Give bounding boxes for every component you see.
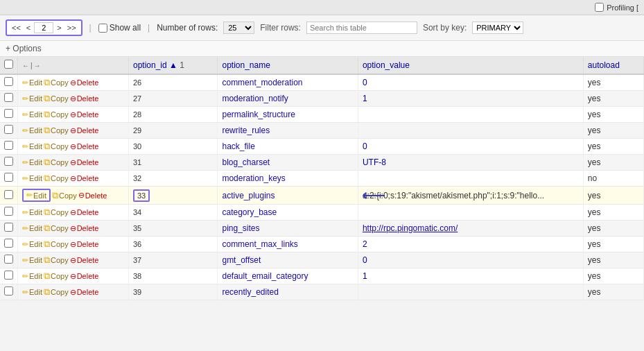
edit-button[interactable]: ✏ Edit bbox=[22, 256, 42, 265]
col-header-actions: ← | → bbox=[18, 57, 129, 74]
col-header-option-value[interactable]: option_value bbox=[358, 57, 583, 74]
delete-button[interactable]: ⊖ Delete bbox=[70, 256, 99, 265]
table-row: ✏ Edit⧉ Copy⊖ Delete26comment_moderation… bbox=[0, 74, 644, 91]
copy-button[interactable]: ⧉ Copy bbox=[44, 239, 69, 250]
row-actions-cell: ✏ Edit⧉ Copy⊖ Delete bbox=[18, 91, 129, 107]
row-checkbox[interactable] bbox=[4, 239, 13, 248]
edit-button[interactable]: ✏ Edit bbox=[22, 142, 42, 151]
option-value-sort-link[interactable]: option_value bbox=[363, 60, 410, 70]
autoload-sort-link[interactable]: autoload bbox=[588, 60, 620, 70]
delete-button[interactable]: ⊖ Delete bbox=[70, 208, 99, 217]
row-value-cell: 1 bbox=[358, 268, 583, 284]
pagination-next[interactable]: > bbox=[55, 23, 63, 33]
row-checkbox[interactable] bbox=[4, 286, 13, 296]
row-checkbox[interactable] bbox=[4, 190, 13, 199]
delete-button[interactable]: ⊖ Delete bbox=[70, 288, 99, 297]
delete-button[interactable]: ⊖ Delete bbox=[70, 158, 99, 167]
option-id-sort-link[interactable]: option_id bbox=[133, 60, 167, 70]
row-checkbox-cell bbox=[0, 91, 18, 107]
options-link[interactable]: + Options bbox=[6, 44, 42, 53]
delete-button[interactable]: ⊖ Delete bbox=[70, 224, 99, 233]
copy-button[interactable]: ⧉ Copy bbox=[44, 271, 69, 282]
row-checkbox[interactable] bbox=[4, 207, 13, 216]
delete-button[interactable]: ⊖ Delete bbox=[70, 240, 99, 249]
table-row: ✏ Edit⧉ Copy⊖ Delete37gmt_offset0yes bbox=[0, 252, 644, 268]
row-checkbox[interactable] bbox=[4, 141, 13, 150]
delete-button[interactable]: ⊖ Delete bbox=[70, 174, 99, 183]
copy-button[interactable]: ⧉ Copy bbox=[44, 157, 69, 168]
copy-button[interactable]: ⧉ Copy bbox=[44, 77, 69, 88]
copy-button[interactable]: ⧉ Copy bbox=[52, 190, 77, 201]
show-all-label: Show all bbox=[110, 23, 141, 33]
edit-button[interactable]: ✏ Edit bbox=[22, 78, 42, 87]
delete-button[interactable]: ⊖ Delete bbox=[70, 94, 99, 103]
toolbar-sep1: | bbox=[89, 23, 92, 33]
table-row: ✏ Edit⧉ Copy⊖ Delete32moderation_keysno bbox=[0, 171, 644, 187]
show-all-checkbox[interactable] bbox=[98, 24, 107, 33]
delete-button[interactable]: ⊖ Delete bbox=[70, 110, 99, 119]
delete-button[interactable]: ⊖ Delete bbox=[78, 191, 107, 200]
row-checkbox[interactable] bbox=[4, 223, 13, 232]
row-checkbox[interactable] bbox=[4, 173, 13, 182]
row-checkbox[interactable] bbox=[4, 255, 13, 264]
delete-button[interactable]: ⊖ Delete bbox=[70, 78, 99, 87]
edit-button[interactable]: ✏ Edit bbox=[22, 126, 42, 135]
copy-button[interactable]: ⧉ Copy bbox=[44, 93, 69, 104]
copy-button[interactable]: ⧉ Copy bbox=[44, 255, 69, 266]
select-all-checkbox[interactable] bbox=[4, 60, 13, 69]
col-num: 1 bbox=[180, 60, 184, 70]
profiling-checkbox[interactable] bbox=[595, 3, 604, 12]
edit-button[interactable]: ✏ Edit bbox=[22, 110, 42, 119]
row-checkbox[interactable] bbox=[4, 93, 13, 102]
edit-button[interactable]: ✏ Edit bbox=[22, 174, 42, 183]
row-id-cell: 36 bbox=[129, 237, 218, 252]
copy-button[interactable]: ⧉ Copy bbox=[44, 223, 69, 234]
row-value-cell: 0 bbox=[358, 252, 583, 268]
row-checkbox[interactable] bbox=[4, 125, 13, 134]
row-checkbox-cell bbox=[0, 74, 18, 91]
table-wrapper: ← | → option_id ▲ 1 option_name option_v… bbox=[0, 57, 644, 300]
row-checkbox-cell bbox=[0, 171, 18, 187]
pagination-last[interactable]: >> bbox=[65, 23, 78, 33]
profiling-section: Profiling [ bbox=[595, 3, 638, 12]
row-value-cell bbox=[358, 123, 583, 139]
row-checkbox[interactable] bbox=[4, 77, 13, 86]
edit-button[interactable]: ✏ Edit bbox=[22, 224, 42, 233]
rows-select[interactable]: 25 50 100 bbox=[223, 22, 254, 34]
delete-button[interactable]: ⊖ Delete bbox=[70, 126, 99, 135]
pagination-prev[interactable]: < bbox=[24, 23, 33, 33]
edit-button[interactable]: ✏ Edit bbox=[22, 158, 42, 167]
copy-button[interactable]: ⧉ Copy bbox=[44, 141, 69, 152]
copy-button[interactable]: ⧉ Copy bbox=[44, 207, 69, 218]
row-autoload-cell: yes bbox=[583, 107, 643, 123]
edit-button[interactable]: ✏ Edit bbox=[22, 272, 42, 281]
edit-button[interactable]: ✏ Edit bbox=[22, 94, 42, 103]
row-actions-cell: ✏ Edit⧉ Copy⊖ Delete bbox=[18, 284, 129, 300]
row-autoload-cell: yes bbox=[583, 237, 643, 252]
col-header-autoload[interactable]: autoload bbox=[583, 57, 643, 74]
edit-button[interactable]: ✏ Edit bbox=[22, 208, 42, 217]
filter-input[interactable] bbox=[306, 22, 417, 34]
col-header-option-id[interactable]: option_id ▲ 1 bbox=[129, 57, 218, 74]
row-checkbox[interactable] bbox=[4, 157, 13, 166]
page-number-input[interactable] bbox=[34, 22, 53, 33]
row-name-cell: permalink_structure bbox=[218, 107, 358, 123]
row-checkbox[interactable] bbox=[4, 109, 13, 118]
edit-button[interactable]: ✏ Edit bbox=[22, 288, 42, 297]
copy-button[interactable]: ⧉ Copy bbox=[44, 125, 69, 136]
edit-button[interactable]: ✏ Edit bbox=[22, 240, 42, 249]
copy-button[interactable]: ⧉ Copy bbox=[44, 109, 69, 120]
pagination-first[interactable]: << bbox=[10, 23, 23, 33]
option-name-sort-link[interactable]: option_name bbox=[222, 60, 270, 70]
col-header-option-name[interactable]: option_name bbox=[218, 57, 358, 74]
delete-button[interactable]: ⊖ Delete bbox=[70, 272, 99, 281]
row-actions-cell: ✏ Edit⧉ Copy⊖ Delete bbox=[18, 252, 129, 268]
row-checkbox[interactable] bbox=[4, 271, 13, 280]
row-value-cell bbox=[358, 284, 583, 300]
delete-button[interactable]: ⊖ Delete bbox=[70, 142, 99, 151]
sort-select[interactable]: PRIMARY bbox=[472, 22, 523, 34]
copy-button[interactable]: ⧉ Copy bbox=[44, 286, 69, 298]
edit-button[interactable]: ✏ Edit bbox=[22, 189, 51, 202]
row-name-cell: ping_sites bbox=[218, 221, 358, 237]
copy-button[interactable]: ⧉ Copy bbox=[44, 173, 69, 184]
